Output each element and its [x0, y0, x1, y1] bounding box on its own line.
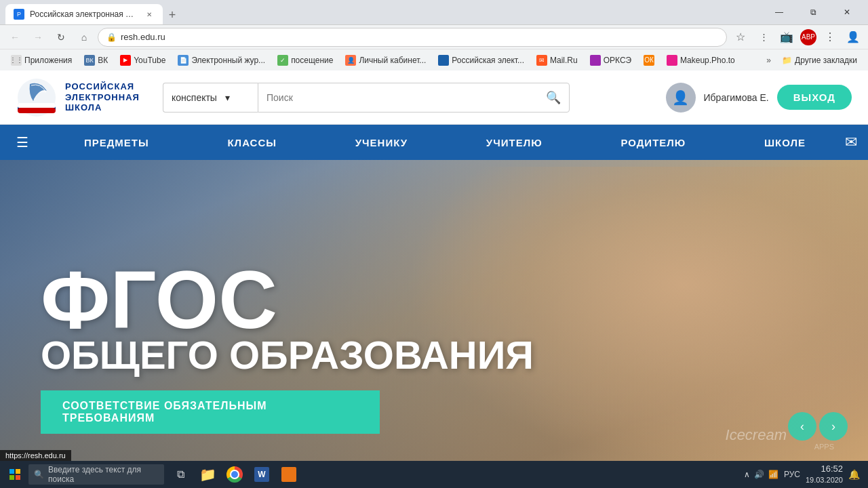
new-tab-button[interactable]: + — [163, 5, 182, 24]
bookmark-mail[interactable]: ✉ Mail.Ru — [531, 52, 583, 68]
menu-button[interactable]: ⋮ — [821, 28, 840, 47]
logo-text: РОССИЙСКАЯ ЭЛЕКТРОННАЯ ШКОЛА — [65, 81, 140, 113]
nav-parent[interactable]: РОДИТЕЛЮ — [610, 131, 696, 154]
notifications-button[interactable]: 🔔 — [848, 469, 860, 480]
svg-rect-2 — [18, 108, 56, 113]
youtube-icon: ▶ — [120, 55, 131, 66]
more-bookmarks-button[interactable]: » — [762, 53, 775, 68]
language-indicator: РУС — [784, 470, 800, 479]
hero-nav-arrows: ‹ › — [788, 412, 848, 441]
profile-button[interactable]: 👤 — [844, 28, 863, 47]
logout-button[interactable]: ВЫХОД — [777, 85, 852, 110]
window-controls: — ⧉ ✕ — [764, 0, 863, 24]
taskbar-apps: ⧉ 📁 W — [168, 462, 301, 487]
nav-items: ПРЕДМЕТЫ КЛАССЫ УЧЕНИКУ УЧИТЕЛЮ РОДИТЕЛЮ… — [45, 131, 845, 154]
nav-subjects[interactable]: ПРЕДМЕТЫ — [73, 131, 160, 154]
network-icon[interactable]: 📶 — [768, 470, 778, 479]
hamburger-menu-button[interactable]: ☰ — [11, 129, 34, 156]
orange-app-icon — [281, 467, 296, 482]
status-url: https://resh.edu.ru — [5, 451, 66, 460]
nav-teacher[interactable]: УЧИТЕЛЮ — [475, 131, 553, 154]
active-tab[interactable]: Р Российская электронная школа ✕ — [5, 4, 163, 24]
other-bookmarks-icon: 📁 — [782, 56, 792, 65]
back-button[interactable]: ← — [5, 28, 24, 47]
hero-text-fgos: ФГОС — [41, 259, 827, 340]
bookmark-journal[interactable]: 📄 Электронный жур... — [172, 52, 271, 68]
search-button[interactable]: 🔍 — [546, 90, 561, 105]
extensions-button[interactable]: ⋮ — [754, 28, 773, 47]
refresh-button[interactable]: ↻ — [52, 28, 71, 47]
bookmark-makeup[interactable]: Makeup.Pho.to — [661, 52, 741, 68]
nav-student[interactable]: УЧЕНИКУ — [344, 131, 418, 154]
vk-icon: ВК — [84, 55, 95, 66]
hero-text-subtitle: ОБЩЕГО ОБРАЗОВАНИЯ — [41, 333, 827, 377]
other-bookmarks-label: Другие закладки — [795, 56, 857, 65]
search-taskbar-placeholder: Введите здесь текст для поиска — [48, 465, 159, 484]
nav-classes[interactable]: КЛАССЫ — [216, 131, 288, 154]
title-bar: Р Российская электронная школа ✕ + — ⧉ ✕ — [0, 0, 868, 24]
bookmark-youtube[interactable]: ▶ YouTube — [115, 52, 171, 68]
hero-next-button[interactable]: › — [819, 412, 848, 441]
app-orange-button[interactable] — [277, 462, 301, 487]
search-input-wrap: 🔍 — [258, 83, 570, 113]
resh-icon — [438, 55, 449, 66]
hero-prev-button[interactable]: ‹ — [788, 412, 816, 441]
site-content: РОССИЙСКАЯ ЭЛЕКТРОННАЯ ШКОЛА конспекты ▾… — [0, 70, 868, 461]
mail-button[interactable]: ✉ — [845, 134, 857, 151]
svg-rect-3 — [18, 103, 56, 108]
chrome-button[interactable] — [222, 462, 247, 487]
bookmark-ok[interactable]: ОК — [638, 52, 660, 68]
tab-title: Российская электронная школа — [30, 9, 138, 19]
hero-banner: ФГОС ОБЩЕГО ОБРАЗОВАНИЯ СООТВЕТСТВИЕ ОБЯ… — [0, 160, 868, 461]
watermark: Icecream — [726, 426, 787, 444]
clock-date: 19.03.2020 — [806, 475, 843, 485]
bookmark-orkse[interactable]: ОРКСЭ — [585, 52, 637, 68]
bookmark-cabinet[interactable]: 👤 Личный кабинет... — [340, 52, 431, 68]
bookmark-apps[interactable]: ⋮⋮ Приложения — [5, 52, 77, 68]
bookmark-makeup-label: Makeup.Pho.to — [680, 56, 735, 65]
other-bookmarks-button[interactable]: 📁 Другие закладки — [776, 53, 863, 68]
logo-line3: ШКОЛА — [65, 102, 140, 113]
logo-area: РОССИЙСКАЯ ЭЛЕКТРОННАЯ ШКОЛА — [16, 77, 152, 118]
attendance-icon: ✓ — [277, 55, 288, 66]
bookmark-journal-label: Электронный жур... — [191, 56, 265, 65]
folder-icon: 📁 — [199, 466, 216, 483]
nav-school[interactable]: ШКОЛЕ — [753, 131, 816, 154]
url-text: resh.edu.ru — [121, 32, 165, 42]
bookmark-attendance[interactable]: ✓ посещение — [272, 52, 338, 68]
makeup-icon — [667, 55, 677, 66]
maximize-button[interactable]: ⧉ — [797, 0, 829, 24]
chevron-up-icon[interactable]: ∧ — [744, 470, 750, 479]
task-view-button[interactable]: ⧉ — [168, 462, 193, 487]
windows-icon — [9, 469, 20, 480]
cast-button[interactable]: 📺 — [777, 28, 796, 47]
search-type-label: конспекты — [172, 92, 217, 103]
bookmark-apps-label: Приложения — [24, 56, 72, 65]
forward-button[interactable]: → — [28, 28, 47, 47]
folder-button[interactable]: 📁 — [195, 462, 220, 487]
start-button[interactable] — [3, 462, 27, 487]
minimize-button[interactable]: — — [764, 0, 795, 24]
bookmark-resh[interactable]: Российская элект... — [433, 52, 530, 68]
taskbar-search[interactable]: 🔍 Введите здесь текст для поиска — [28, 464, 164, 485]
url-bar[interactable]: 🔒 resh.edu.ru — [98, 28, 727, 47]
tab-close-button[interactable]: ✕ — [144, 9, 155, 20]
speaker-icon[interactable]: 🔊 — [754, 470, 764, 479]
tab-bar: Р Российская электронная школа ✕ + — [5, 0, 758, 24]
apps-icon: ⋮⋮ — [11, 55, 22, 66]
word-button[interactable]: W — [250, 462, 274, 487]
bookmark-star-button[interactable]: ☆ — [731, 28, 750, 47]
close-button[interactable]: ✕ — [831, 0, 863, 24]
search-input[interactable] — [267, 92, 540, 103]
task-view-icon: ⧉ — [177, 468, 184, 481]
logo-line1: РОССИЙСКАЯ — [65, 81, 140, 92]
site-nav: ☰ ПРЕДМЕТЫ КЛАССЫ УЧЕНИКУ УЧИТЕЛЮ РОДИТЕ… — [0, 125, 868, 160]
search-type-dropdown[interactable]: конспекты ▾ — [163, 83, 258, 113]
cabinet-icon: 👤 — [345, 55, 356, 66]
taskbar-right: ∧ 🔊 📶 РУС 16:52 19.03.2020 🔔 — [744, 464, 865, 485]
search-taskbar-icon: 🔍 — [34, 470, 44, 479]
hero-cta-button[interactable]: СООТВЕТСТВИЕ ОБЯЗАТЕЛЬНЫМ ТРЕБОВАНИЯМ — [41, 390, 380, 434]
adblock-button[interactable]: ABP — [800, 29, 816, 45]
home-button[interactable]: ⌂ — [75, 28, 94, 47]
bookmark-vk[interactable]: ВК ВК — [79, 52, 113, 68]
